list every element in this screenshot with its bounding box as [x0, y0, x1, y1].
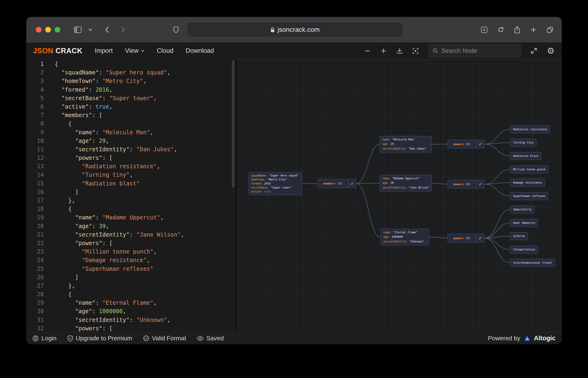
zoom-window-button[interactable]	[55, 27, 60, 32]
graph-node-l11[interactable]: Interdimensional travel	[510, 259, 555, 267]
graph-node-m2[interactable]: name: "Madame Uppercut"age: 39secretIden…	[380, 175, 431, 191]
menu-view[interactable]: View	[125, 47, 144, 54]
line-number: 3	[26, 77, 52, 85]
editor-line[interactable]: 15 "Radiation blast"	[26, 179, 235, 188]
editor-line[interactable]: 19 "name": "Madame Uppercut",	[26, 213, 235, 222]
editor-line[interactable]: 24 "Damage resistance",	[26, 256, 235, 264]
graph-node-l7[interactable]: Immortality	[510, 205, 535, 214]
zoom-out-button[interactable]	[365, 48, 371, 54]
editor-line[interactable]: 10 "age": 29,	[26, 137, 235, 145]
editor-line[interactable]: 22 "powers": [	[26, 239, 235, 247]
editor-line[interactable]: 14 "Turning tiny",	[26, 171, 235, 179]
graph-node-p2[interactable]: powers(3)	[448, 180, 484, 189]
editor-line[interactable]: 11 "secretIdentity": "Dan Jukes",	[26, 145, 235, 154]
editor-line[interactable]: 6 "active": true,	[26, 103, 235, 111]
editor-line[interactable]: 21 "secretIdentity": "Jane Wilson",	[26, 230, 235, 239]
editor-line[interactable]: 16 ]	[26, 188, 235, 196]
graph-node-p3[interactable]: powers(5)	[448, 234, 484, 243]
editor-line[interactable]: 18 {	[26, 205, 235, 213]
sidebar-toggle-button[interactable]	[73, 17, 82, 42]
line-code: "Radiation resistance",	[52, 162, 160, 171]
editor-line[interactable]: 13 "Radiation resistance",	[26, 162, 235, 171]
app-logo[interactable]: JSON CRACK	[33, 47, 82, 55]
login-button[interactable]: Login	[33, 335, 56, 342]
menu-import[interactable]: Import	[95, 47, 113, 54]
expand-link-icon[interactable]	[476, 234, 484, 242]
logo-crack-text: CRACK	[55, 47, 82, 55]
menu-cloud[interactable]: Cloud	[157, 47, 173, 54]
translate-button[interactable]: A	[481, 27, 487, 33]
editor-line[interactable]: 9 "name": "Molecule Man",	[26, 128, 235, 137]
fullscreen-button[interactable]	[531, 48, 537, 54]
saved-status[interactable]: Saved	[197, 335, 224, 342]
valid-format-status[interactable]: Valid Format	[143, 335, 186, 342]
editor-line[interactable]: 17 },	[26, 196, 235, 205]
graph-node-m3[interactable]: name: "Eternal Flame"age: 1000000secretI…	[381, 229, 429, 245]
graph-canvas[interactable]: squadName: "Super hero squad"homeTown: "…	[237, 59, 562, 332]
editor-line[interactable]: 7 "members": [	[26, 111, 235, 120]
editor-line[interactable]: 31 "secretIdentity": "Unknown",	[26, 316, 235, 324]
editor-line[interactable]: 1{	[26, 60, 235, 68]
editor-line[interactable]: 32 "powers": [	[26, 324, 235, 332]
download-image-button[interactable]	[396, 48, 403, 54]
settings-button[interactable]: ⚙	[547, 47, 555, 55]
leaf-text: Superhuman reflexes	[513, 194, 545, 198]
editor-line[interactable]: 12 "powers": [	[26, 154, 235, 162]
powered-by[interactable]: Powered by Altogic	[488, 335, 555, 342]
expand-link-icon[interactable]	[348, 179, 356, 188]
editor-scrollbar[interactable]	[232, 60, 235, 188]
editor-line[interactable]: 25 "Superhuman reflexes"	[26, 265, 235, 273]
graph-edge	[431, 144, 448, 145]
tab-overview-button[interactable]	[547, 27, 553, 33]
json-editor[interactable]: 1{2 "squadName": "Super hero squad",3 "h…	[26, 59, 237, 332]
graph-node-l9[interactable]: Inferno	[510, 232, 528, 240]
graph-node-m1[interactable]: name: "Molecule Man"age: 29secretIdentit…	[380, 136, 431, 152]
line-number: 10	[26, 137, 52, 145]
minimize-window-button[interactable]	[45, 27, 51, 32]
address-bar[interactable]: jsoncrack.com	[187, 23, 403, 37]
expand-link-icon[interactable]	[476, 140, 484, 148]
graph-node-l4[interactable]: Million tonne punch	[510, 165, 548, 174]
editor-line[interactable]: 23 "Million tonne punch",	[26, 247, 235, 256]
zoom-in-button[interactable]	[380, 48, 387, 54]
forward-button[interactable]	[120, 17, 127, 42]
chevron-down-icon	[141, 50, 144, 52]
back-button[interactable]	[103, 17, 110, 42]
editor-line[interactable]: 29 "name": "Eternal Flame",	[26, 298, 235, 307]
menu-download[interactable]: Download	[186, 47, 214, 54]
line-code: "secretIdentity": "Jane Wilson",	[52, 230, 184, 239]
graph-node-p1[interactable]: powers(3)	[448, 140, 484, 148]
graph-node-l5[interactable]: Damage resistance	[510, 179, 545, 187]
editor-line[interactable]: 28 {	[26, 290, 235, 298]
graph-edge	[356, 183, 380, 184]
graph-node-l8[interactable]: Heat Immunity	[510, 219, 538, 227]
search-node-input[interactable]	[442, 47, 520, 54]
center-view-button[interactable]	[413, 48, 419, 54]
graph-node-l10[interactable]: Teleportation	[510, 245, 538, 254]
lock-icon	[270, 27, 275, 32]
share-button[interactable]	[514, 26, 520, 33]
editor-line[interactable]: 20 "age": 39,	[26, 222, 235, 230]
editor-line[interactable]: 2 "squadName": "Super hero squad",	[26, 68, 235, 77]
privacy-report-button[interactable]	[172, 17, 180, 42]
editor-line[interactable]: 4 "formed": 2016,	[26, 86, 235, 94]
new-tab-button[interactable]	[531, 27, 536, 33]
graph-node-l1[interactable]: Radiation resistance	[510, 125, 550, 133]
graph-node-l6[interactable]: Superhuman reflexes	[510, 192, 548, 200]
reload-button[interactable]	[498, 27, 504, 33]
expand-link-icon[interactable]	[476, 180, 484, 188]
upgrade-premium-button[interactable]: Upgrade to Premium	[67, 335, 132, 342]
graph-node-root[interactable]: squadName: "Super hero squad"homeTown: "…	[248, 172, 302, 195]
editor-line[interactable]: 27 },	[26, 282, 235, 290]
node-row: name: "Molecule Man"	[382, 137, 429, 142]
graph-node-members[interactable]: members(3)	[318, 179, 356, 188]
editor-line[interactable]: 8 {	[26, 120, 235, 128]
editor-line[interactable]: 26 ]	[26, 273, 235, 282]
graph-node-l2[interactable]: Turning tiny	[510, 139, 536, 147]
graph-node-l3[interactable]: Radiation blast	[510, 152, 541, 160]
close-window-button[interactable]	[36, 27, 41, 32]
editor-line[interactable]: 5 "secretBase": "Super tower",	[26, 94, 235, 103]
editor-line[interactable]: 30 "age": 1000000,	[26, 307, 235, 316]
editor-line[interactable]: 3 "homeTown": "Metro City",	[26, 77, 235, 85]
tab-overview-chevron[interactable]	[87, 17, 93, 42]
